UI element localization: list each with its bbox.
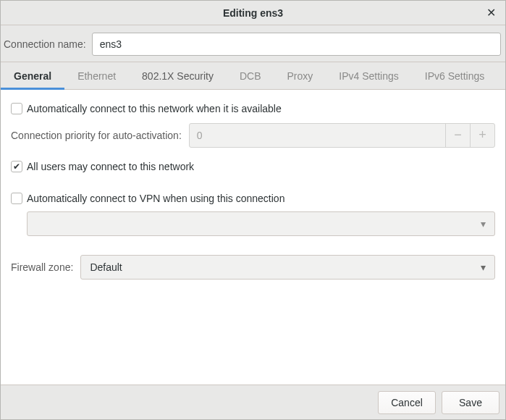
tab-bar: General Ethernet 802.1X Security DCB Pro… (1, 62, 505, 90)
auto-connect-checkbox[interactable] (11, 103, 22, 114)
priority-decrement-button[interactable]: − (445, 124, 470, 147)
connection-name-input[interactable] (92, 33, 501, 56)
tab-ethernet[interactable]: Ethernet (64, 62, 129, 90)
tab-general[interactable]: General (1, 62, 64, 90)
tab-proxy[interactable]: Proxy (274, 62, 326, 90)
priority-row: Connection priority for auto-activation:… (11, 123, 495, 148)
connection-name-row: Connection name: (1, 25, 505, 62)
window-root: Editing ens3 ✕ Connection name: General … (0, 0, 506, 420)
auto-vpn-row: Automatically connect to VPN when using … (11, 193, 495, 204)
dialog-footer: Cancel Save (1, 385, 505, 419)
window-title: Editing ens3 (1, 7, 505, 19)
priority-increment-button[interactable]: + (470, 124, 494, 147)
auto-connect-row: Automatically connect to this network wh… (11, 103, 495, 114)
firewall-row: Firewall zone: Default ▾ (11, 255, 495, 280)
chevron-down-icon: ▾ (481, 261, 486, 273)
vpn-select[interactable] (27, 211, 495, 236)
save-button[interactable]: Save (442, 391, 499, 414)
auto-vpn-checkbox[interactable] (11, 193, 22, 204)
tab-ipv4-settings[interactable]: IPv4 Settings (326, 62, 412, 90)
firewall-select-value: Default (90, 261, 122, 273)
all-users-label: All users may connect to this network (27, 161, 194, 172)
connection-name-label: Connection name: (1, 38, 92, 50)
firewall-label: Firewall zone: (11, 261, 73, 273)
tab-8021x-security[interactable]: 802.1X Security (129, 62, 227, 90)
all-users-checkbox[interactable] (11, 161, 22, 172)
auto-connect-label: Automatically connect to this network wh… (27, 103, 282, 114)
priority-value: 0 (190, 124, 445, 147)
tab-content-general: Automatically connect to this network wh… (1, 90, 505, 385)
tab-ipv6-settings[interactable]: IPv6 Settings (412, 62, 498, 90)
tab-dcb[interactable]: DCB (227, 62, 274, 90)
all-users-row: All users may connect to this network (11, 161, 495, 172)
firewall-select[interactable]: Default ▾ (80, 255, 495, 280)
priority-spinbutton[interactable]: 0 − + (189, 123, 495, 148)
close-icon[interactable]: ✕ (482, 4, 499, 22)
priority-label: Connection priority for auto-activation: (11, 130, 182, 141)
auto-vpn-label: Automatically connect to VPN when using … (27, 193, 284, 204)
cancel-button[interactable]: Cancel (378, 391, 436, 414)
titlebar: Editing ens3 ✕ (1, 1, 505, 25)
